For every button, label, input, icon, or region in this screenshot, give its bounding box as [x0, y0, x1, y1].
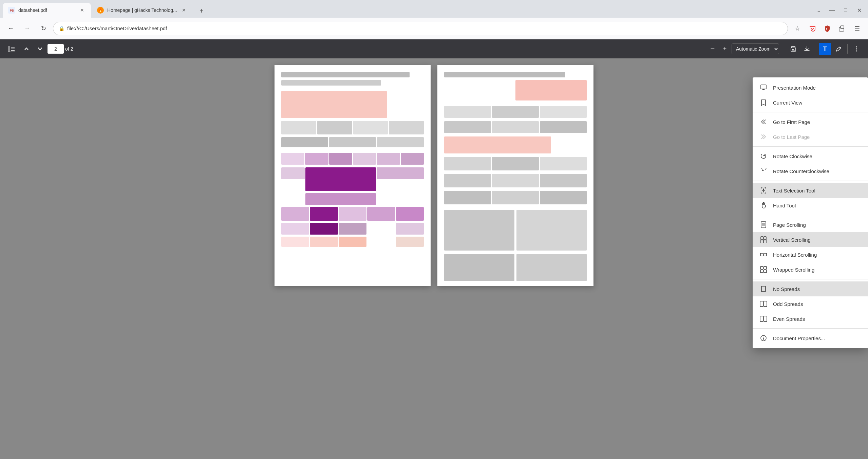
wrapped-scroll-icon: [759, 265, 768, 274]
separator-1: [753, 112, 868, 112]
sidebar-toggle-button[interactable]: [5, 43, 18, 55]
svg-text:!: !: [826, 27, 827, 31]
separator-4: [753, 215, 868, 215]
svg-text:PDF: PDF: [10, 9, 14, 12]
zoom-out-button[interactable]: −: [707, 43, 718, 54]
menu-wrapped-scrolling[interactable]: Wrapped Scrolling: [753, 262, 868, 277]
odd-spreads-icon: [759, 300, 768, 308]
vert-scroll-icon: [759, 236, 768, 244]
even-spreads-icon: [759, 315, 768, 323]
vertical-scrolling-label: Vertical Scrolling: [773, 237, 861, 243]
new-tab-button[interactable]: +: [195, 4, 208, 18]
dropdown-menu: Presentation Mode Current View Go to Fir…: [753, 77, 868, 348]
svg-rect-27: [764, 253, 767, 256]
menu-even-spreads[interactable]: Even Spreads: [753, 311, 868, 326]
browser-frame: PDF datasheet.pdf ✕ 🔥 Homepage | gHacks …: [0, 0, 868, 459]
total-pages: 2: [71, 46, 73, 52]
go-first-label: Go to First Page: [773, 119, 861, 125]
menu-odd-spreads[interactable]: Odd Spreads: [753, 296, 868, 311]
menu-button[interactable]: ☰: [850, 22, 864, 35]
svg-point-15: [856, 49, 857, 50]
pdf-content[interactable]: Presentation Mode Current View Go to Fir…: [0, 58, 868, 459]
page-separator: of: [65, 46, 69, 52]
rotate-cw-icon: [759, 152, 768, 160]
zoom-in-button[interactable]: +: [719, 43, 730, 54]
rotate-ccw-icon: [759, 167, 768, 175]
svg-rect-29: [764, 267, 767, 269]
menu-vertical-scrolling[interactable]: Vertical Scrolling: [753, 232, 868, 247]
svg-point-13: [795, 49, 795, 49]
info-icon: [759, 334, 768, 342]
menu-rotate-cw[interactable]: Rotate Clockwise: [753, 149, 868, 164]
separator-5: [753, 279, 868, 279]
shield-button[interactable]: !: [820, 22, 834, 35]
minimize-button[interactable]: —: [826, 4, 838, 16]
svg-rect-28: [760, 267, 763, 269]
back-button[interactable]: ←: [4, 22, 18, 35]
menu-no-spreads[interactable]: No Spreads: [753, 281, 868, 296]
reload-button[interactable]: ↻: [37, 22, 50, 35]
pdf-toolbar: 2 of 2 − + Automatic Zoom Actual Size Pa…: [0, 39, 868, 58]
menu-horizontal-scrolling[interactable]: Horizontal Scrolling: [753, 247, 868, 262]
page-number-input[interactable]: 2: [48, 44, 64, 54]
pdf-tab-close[interactable]: ✕: [79, 7, 86, 14]
text-tool-button[interactable]: T: [819, 43, 831, 55]
rotate-cw-label: Rotate Clockwise: [773, 153, 861, 159]
forward-button[interactable]: →: [20, 22, 34, 35]
svg-point-14: [856, 47, 857, 48]
page-up-button[interactable]: [20, 43, 33, 55]
page-scroll-icon: [759, 221, 768, 229]
homepage-tab-close[interactable]: ✕: [181, 7, 187, 14]
bookmark-button[interactable]: ☆: [791, 22, 804, 35]
pocket-button[interactable]: [806, 22, 819, 35]
tab-bar-dropdown[interactable]: ⌄: [812, 4, 825, 16]
extension-button[interactable]: [835, 22, 849, 35]
hand-tool-label: Hand Tool: [773, 203, 861, 208]
menu-page-scrolling[interactable]: Page Scrolling: [753, 217, 868, 232]
page-scrolling-label: Page Scrolling: [773, 222, 861, 228]
pdf-page-2: [437, 65, 593, 286]
separator-3: [753, 181, 868, 181]
zoom-controls: − + Automatic Zoom Actual Size Page Fit …: [707, 43, 779, 54]
menu-presentation-mode[interactable]: Presentation Mode: [753, 80, 868, 95]
svg-rect-31: [764, 270, 767, 273]
no-spreads-icon: [759, 285, 768, 293]
pdf-toolbar-right: T: [787, 43, 863, 55]
svg-rect-36: [764, 316, 767, 322]
svg-rect-23: [761, 240, 763, 243]
close-window-button[interactable]: ✕: [853, 4, 865, 16]
no-spreads-label: No Spreads: [773, 286, 861, 292]
homepage-tab-title: Homepage | gHacks Technolog...: [107, 7, 177, 13]
page-down-button[interactable]: [34, 43, 46, 55]
lock-icon: 🔒: [59, 26, 64, 31]
bookmark-icon: [759, 98, 768, 107]
svg-rect-22: [761, 237, 763, 240]
print-button[interactable]: [787, 43, 799, 55]
maximize-button[interactable]: □: [839, 4, 852, 16]
more-tools-button[interactable]: [850, 43, 863, 55]
menu-hand-tool[interactable]: Hand Tool: [753, 198, 868, 213]
svg-rect-24: [764, 237, 766, 240]
horiz-scroll-icon: [759, 251, 768, 259]
tab-bar: PDF datasheet.pdf ✕ 🔥 Homepage | gHacks …: [0, 0, 868, 18]
menu-current-view[interactable]: Current View: [753, 95, 868, 110]
draw-tool-button[interactable]: [832, 43, 845, 55]
menu-go-first[interactable]: Go to First Page: [753, 114, 868, 129]
text-selection-label: Text Selection Tool: [773, 188, 861, 194]
tab-pdf[interactable]: PDF datasheet.pdf ✕: [3, 3, 91, 18]
menu-text-selection[interactable]: Text Selection Tool: [753, 183, 868, 198]
menu-rotate-ccw[interactable]: Rotate Counterclockwise: [753, 164, 868, 179]
go-last-icon: [759, 133, 768, 141]
svg-rect-33: [760, 301, 763, 307]
zoom-select[interactable]: Automatic Zoom Actual Size Page Fit Page…: [732, 43, 779, 54]
tab-homepage[interactable]: 🔥 Homepage | gHacks Technolog... ✕: [92, 3, 193, 18]
svg-rect-30: [760, 270, 763, 273]
save-button[interactable]: [801, 43, 813, 55]
svg-rect-4: [841, 26, 844, 29]
address-bar[interactable]: 🔒 file:///C:/Users/marti/OneDrive/datash…: [53, 22, 788, 35]
tab-bar-right: ⌄ — □ ✕: [209, 4, 865, 18]
menu-doc-properties[interactable]: Document Properties...: [753, 331, 868, 346]
svg-rect-34: [764, 301, 767, 307]
menu-go-last: Go to Last Page: [753, 129, 868, 144]
svg-rect-6: [8, 46, 10, 52]
